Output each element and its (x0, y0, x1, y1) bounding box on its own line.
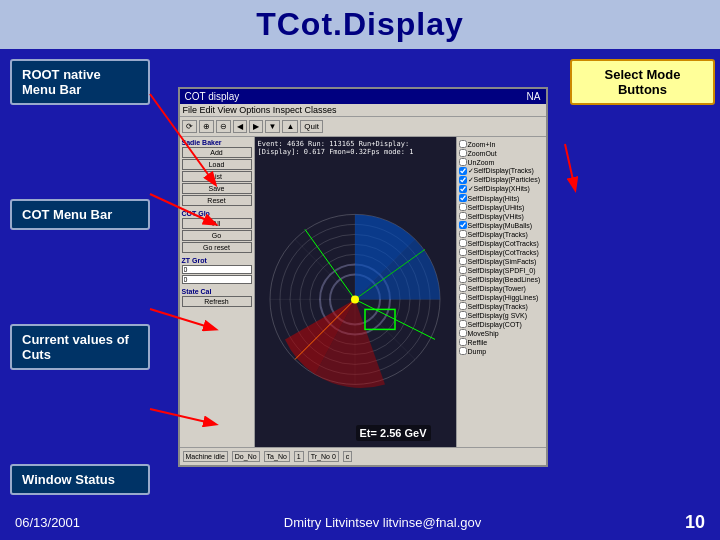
toolbar-btn-quit[interactable]: Quit (300, 120, 323, 133)
check-unzoom[interactable] (459, 158, 467, 166)
check-zoom-out[interactable] (459, 149, 467, 157)
btn-go-reset[interactable]: Go reset (182, 242, 252, 253)
check-display-pt[interactable] (459, 176, 467, 184)
check-display-uh[interactable] (459, 203, 467, 211)
btn-refresh[interactable]: Refresh (182, 296, 252, 307)
check-display-ct2[interactable] (459, 248, 467, 256)
btn-load[interactable]: Load (182, 159, 252, 170)
left-labels: ROOT native Menu Bar COT Menu Bar Curren… (0, 49, 160, 505)
toolbar-btn-6[interactable]: ▼ (265, 120, 281, 133)
panel-section-4: State Cal Refresh (182, 288, 252, 307)
check-display-tb[interactable] (459, 167, 467, 175)
right-item-display-gsvk: SelfDisplay(g SVK) (459, 311, 544, 319)
right-item-zoom-in: Zoom+In (459, 140, 544, 148)
check-display-bl[interactable] (459, 275, 467, 283)
label-display-sf: SelfDisplay(SimFacts) (468, 258, 537, 265)
status-section-5: Tr_No 0 (308, 451, 339, 462)
label-display-ct2: SelfDisplay(CotTracks) (468, 249, 539, 256)
detector-display (265, 209, 445, 389)
right-item-display-tr: SelfDisplay(Tracks) (459, 230, 544, 238)
btn-list[interactable]: List (182, 171, 252, 182)
btn-add[interactable]: Add (182, 147, 252, 158)
right-item-display-xh: ✓SelfDisplay(XHits) (459, 185, 544, 193)
label-dump: Dump (468, 348, 487, 355)
check-display-vh[interactable] (459, 212, 467, 220)
check-display-ct1[interactable] (459, 239, 467, 247)
status-bar: Machine idle Do_No Ta_No 1 Tr_No 0 c (180, 447, 546, 465)
root-menu-label: ROOT native Menu Bar (10, 59, 150, 105)
toolbar-btn-3[interactable]: ⊖ (216, 120, 231, 133)
cot-canvas: Event: 4636 Run: 113165 Run+Display: [Di… (255, 137, 456, 467)
cot-menubar[interactable]: File Edit View Options Inspect Classes (180, 104, 546, 117)
btn-go[interactable]: Go (182, 230, 252, 241)
check-display-xh[interactable] (459, 185, 467, 193)
label-display-xh: ✓SelfDisplay(XHits) (468, 185, 530, 193)
current-cuts-label: Current values of Cuts (10, 324, 150, 370)
panel-label-3: ZT Grot (182, 257, 252, 264)
label-display-tw: SelfDisplay(Tower) (468, 285, 526, 292)
label-display-gsvk: SelfDisplay(g SVK) (468, 312, 528, 319)
check-display-cot1[interactable] (459, 320, 467, 328)
right-item-display-sp: SelfDisplay(SPDFI_0) (459, 266, 544, 274)
label-display-bl: SelfDisplay(BeadLines) (468, 276, 541, 283)
right-item-display-vh: SelfDisplay(VHits) (459, 212, 544, 220)
canvas-info-text: Event: 4636 Run: 113165 Run+Display: [Di… (258, 140, 456, 156)
panel-label-1: Sadie Baker (182, 139, 252, 146)
check-zoom-in[interactable] (459, 140, 467, 148)
status-section-2: Do_No (232, 451, 260, 462)
toolbar-btn-2[interactable]: ⊕ (199, 120, 214, 133)
label-display-pt: ✓SelfDisplay(Particles) (468, 176, 541, 184)
right-item-display-ct2: SelfDisplay(CotTracks) (459, 248, 544, 256)
right-item-display-tg: SelfDisplay(Tracks) (459, 302, 544, 310)
check-display-tg[interactable] (459, 302, 467, 310)
check-display-mb[interactable] (459, 221, 467, 229)
check-display-tw[interactable] (459, 284, 467, 292)
check-display-gsvk[interactable] (459, 311, 467, 319)
footer: 06/13/2001 Dmitry Litvintsev litvinse@fn… (0, 504, 720, 540)
check-display-sp[interactable] (459, 266, 467, 274)
right-item-display-sf: SelfDisplay(SimFacts) (459, 257, 544, 265)
toolbar-btn-7[interactable]: ▲ (282, 120, 298, 133)
check-dump[interactable] (459, 347, 467, 355)
select-mode-box: Select Mode Buttons (570, 59, 715, 105)
check-display-tr[interactable] (459, 230, 467, 238)
label-display-tg: SelfDisplay(Tracks) (468, 303, 528, 310)
right-item-display-ct1: SelfDisplay(CotTracks) (459, 239, 544, 247)
status-section-1: Machine idle (183, 451, 228, 462)
cot-window-wrapper: COT display NA File Edit View Options In… (160, 49, 565, 505)
zt-input-1[interactable] (182, 265, 252, 274)
right-item-display-ah: SelfDisplay(Hits) (459, 194, 544, 202)
main-area: ROOT native Menu Bar COT Menu Bar Curren… (0, 49, 720, 505)
btn-all[interactable]: All (182, 218, 252, 229)
panel-section-2: COT Glo All Go Go reset (182, 210, 252, 253)
label-zoom-out: ZoomOut (468, 150, 497, 157)
status-section-6: c (343, 451, 353, 462)
right-item-move-ship: MoveShip (459, 329, 544, 337)
check-reffile[interactable] (459, 338, 467, 346)
check-move-ship[interactable] (459, 329, 467, 337)
right-item-display-bl: SelfDisplay(BeadLines) (459, 275, 544, 283)
svg-point-15 (351, 295, 359, 303)
cot-toolbar: ⟳ ⊕ ⊖ ◀ ▶ ▼ ▲ Quit (180, 117, 546, 137)
toolbar-btn-1[interactable]: ⟳ (182, 120, 197, 133)
label-zoom-in: Zoom+In (468, 141, 496, 148)
cot-titlebar: COT display NA (180, 89, 546, 104)
panel-label-4: State Cal (182, 288, 252, 295)
right-item-reffile: Reffile (459, 338, 544, 346)
right-item-display-uh: SelfDisplay(UHits) (459, 203, 544, 211)
label-display-tb: ✓SelfDisplay(Tracks) (468, 167, 534, 175)
page-title: TCot.Display (256, 6, 464, 42)
et-label: Et= 2.56 GeV (356, 425, 431, 441)
check-display-ah[interactable] (459, 194, 467, 202)
toolbar-btn-4[interactable]: ◀ (233, 120, 247, 133)
label-unzoom: UnZoom (468, 159, 495, 166)
check-display-hl[interactable] (459, 293, 467, 301)
check-display-sf[interactable] (459, 257, 467, 265)
zt-input-2[interactable] (182, 275, 252, 284)
btn-save[interactable]: Save (182, 183, 252, 194)
footer-author: Dmitry Litvintsev litvinse@fnal.gov (284, 515, 481, 530)
cot-menubar-items: File Edit View Options Inspect Classes (183, 105, 337, 115)
cot-window[interactable]: COT display NA File Edit View Options In… (178, 87, 548, 467)
btn-reset[interactable]: Reset (182, 195, 252, 206)
toolbar-btn-5[interactable]: ▶ (249, 120, 263, 133)
